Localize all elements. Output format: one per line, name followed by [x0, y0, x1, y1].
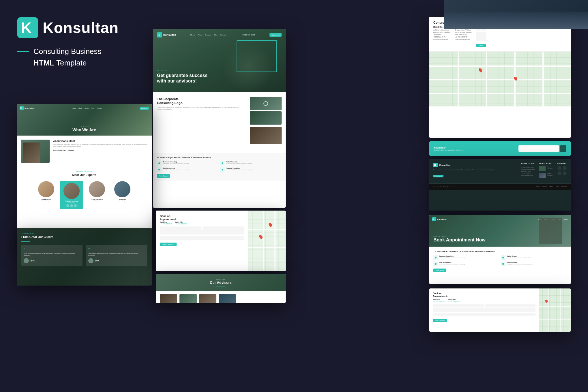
- quote-icon-2: ": [88, 247, 145, 251]
- svg-text:K: K: [21, 19, 32, 36]
- social-icon-1[interactable]: [66, 204, 69, 207]
- footer-brand-col: K Konsultan Lorem ipsum dolor sit amet c…: [433, 163, 517, 179]
- appt-branch-office: Branch Office +62 838 111 96 75: [175, 222, 187, 225]
- svg-text:K: K: [434, 163, 437, 167]
- footer-description: Lorem ipsum dolor sit amet consectetur a…: [433, 169, 517, 171]
- hero-logo-icon: K: [157, 32, 162, 37]
- testimonial-author-2: Name Designer: [88, 258, 145, 263]
- book-nav-brand: Konsultan: [437, 218, 447, 220]
- appt2-layout: Book An Appointment. Main Office +62 838…: [429, 288, 571, 332]
- about-nav-home[interactable]: Home: [72, 107, 76, 109]
- stat-dot-2: [222, 162, 223, 164]
- book-nav-contact[interactable]: Contact: [563, 218, 568, 220]
- appt-title: Book An Appointment.: [160, 215, 244, 221]
- testimonial-title: From Great Our Clients: [21, 235, 147, 239]
- footer-location-btn[interactable]: Get Location: [433, 175, 443, 177]
- contact-message-field[interactable]: [476, 32, 486, 41]
- experience-title: 17 Years of experience in Financial & Bu…: [157, 156, 282, 159]
- svg-text:K: K: [432, 218, 435, 221]
- content-img-1: [250, 97, 282, 110]
- advisors-header-content: OUR TEAM Our Advisors: [210, 279, 232, 286]
- contact-form-col: SEND: [476, 26, 486, 47]
- hero-nav-logo: K Konsultan: [157, 32, 176, 37]
- map-road-v-2: [486, 52, 487, 106]
- about-nav-links: Home About Service Blog Contact: [72, 107, 102, 109]
- appt2-email-input[interactable]: [485, 304, 536, 307]
- hero-nav-about[interactable]: About: [198, 34, 203, 36]
- stat-icon-3: [157, 167, 162, 172]
- newsletter-submit-btn[interactable]: →: [560, 145, 566, 152]
- panel-testimonial: TESTIMONIAL From Great Our Clients " Lor…: [17, 228, 152, 286]
- footer-social-li[interactable]: [563, 171, 567, 175]
- social-icon-3[interactable]: [74, 204, 77, 207]
- appt2-name-input[interactable]: [433, 304, 484, 307]
- about-nav-contact[interactable]: Contact: [97, 107, 102, 109]
- content-img-3: [250, 127, 282, 144]
- tagline-text-1: Consulting Business: [33, 46, 102, 57]
- about-nav-about[interactable]: About: [78, 107, 82, 109]
- hero-nav-blog[interactable]: Blog: [214, 34, 217, 36]
- quote-icon-1: ": [24, 247, 80, 251]
- stat-desc-1: Lorem ipsum dolor sit amet, consectetur …: [163, 163, 189, 164]
- experts-label: PEOPLE INVOLVE: [21, 170, 148, 172]
- appt2-road-v1: [548, 288, 549, 332]
- tagline-line-2: HTML Template: [17, 58, 150, 68]
- map-grid: [248, 211, 286, 271]
- book-view-service-btn[interactable]: View Service: [433, 269, 446, 272]
- testimonial-card-1: " Lorem ut perspiciatis unde omnis iste …: [21, 245, 83, 266]
- appt2-main-office: Main Office +62 838 111 96 75: [433, 299, 445, 302]
- about-nav-btn[interactable]: Appointment: [140, 107, 149, 110]
- footer-social-tw[interactable]: [563, 166, 567, 170]
- social-icon-2[interactable]: [70, 204, 73, 207]
- hero-nav-home[interactable]: Home: [190, 34, 195, 36]
- book-service-text-1: Business Consulting Lorem ipsum dolor si…: [439, 255, 465, 259]
- footer-social-fb[interactable]: [557, 166, 561, 170]
- appt-service-select[interactable]: [160, 236, 244, 240]
- newsletter-email-input[interactable]: [518, 145, 559, 152]
- stat-text-3: Risk Management Lorem ipsum dolor sit am…: [163, 167, 189, 170]
- footer-link-contact[interactable]: CONTACT: [561, 186, 567, 187]
- about-nav-blog[interactable]: Blog: [91, 107, 94, 109]
- stats-grid: Business Consulting Lorem ipsum dolor si…: [157, 161, 282, 172]
- stat-market-research: Market Research Lorem ipsum dolor sit am…: [220, 161, 282, 166]
- book-services-title: 17 Years of experience in Financial & Bu…: [433, 250, 567, 253]
- appt-name-input[interactable]: [160, 226, 201, 230]
- footer-social-ig[interactable]: [557, 171, 561, 175]
- footer-link-home[interactable]: HOME: [536, 186, 540, 187]
- footer-link-about[interactable]: ABOUT: [549, 186, 553, 187]
- about-sig-name: Michel Zetler - CEO Consultant: [53, 150, 148, 151]
- appt2-send-btn[interactable]: Send a message: [433, 319, 447, 322]
- person-silhouette: [539, 218, 562, 244]
- hero-appointment-btn[interactable]: Appointment: [269, 33, 282, 37]
- hero-nav-service[interactable]: Service: [205, 34, 211, 36]
- contact-send-btn[interactable]: SEND: [476, 44, 486, 47]
- appt2-branch-phone: +62 838 111 96 75: [448, 301, 460, 302]
- expert-role-4: Web Design: [111, 200, 134, 202]
- contact-header-row: Main Office Jl. Maker Indah A Maker,Kelu…: [433, 26, 567, 47]
- author-title-1: Photographer: [31, 261, 38, 262]
- footer-link-blog[interactable]: BLOG: [556, 186, 559, 187]
- hero-phone: +62 838 111 96 75: [241, 34, 255, 36]
- about-content: About Consultant Set ut perspiciatis und…: [17, 136, 152, 213]
- footer-news-title: LATEST NEWS: [539, 163, 553, 164]
- view-service-btn[interactable]: View Service: [157, 174, 170, 178]
- advisors-header: OUR TEAM Our Advisors: [156, 274, 286, 291]
- map-pin-2: [268, 222, 273, 227]
- footer-link-service[interactable]: SERVICE: [542, 186, 547, 187]
- appt2-service-select[interactable]: [433, 313, 535, 316]
- author-info-2: Name Designer: [95, 259, 100, 262]
- appt-send-btn[interactable]: Send a message: [160, 243, 177, 246]
- hero-content: SERVICES Get guarantee success with our …: [157, 70, 207, 84]
- book-nav-logo: K Konsultan: [432, 217, 447, 221]
- hero-nav-contact[interactable]: Contact: [220, 34, 226, 36]
- appt2-message-input[interactable]: [433, 308, 535, 312]
- map-road-v2: [274, 211, 276, 271]
- appt-email-input[interactable]: [203, 226, 244, 230]
- search-overlay: [250, 97, 282, 110]
- panel-book-appointment: K Konsultan Home About Service Blog Cont…: [429, 215, 571, 284]
- appt2-road-h2: [539, 319, 571, 320]
- about-nav-service[interactable]: Service: [85, 107, 89, 109]
- appt2-map-bg: [539, 288, 571, 332]
- appt-message-input[interactable]: [160, 230, 244, 235]
- panel-about: K Konsultan Home About Service Blog Cont…: [17, 104, 152, 248]
